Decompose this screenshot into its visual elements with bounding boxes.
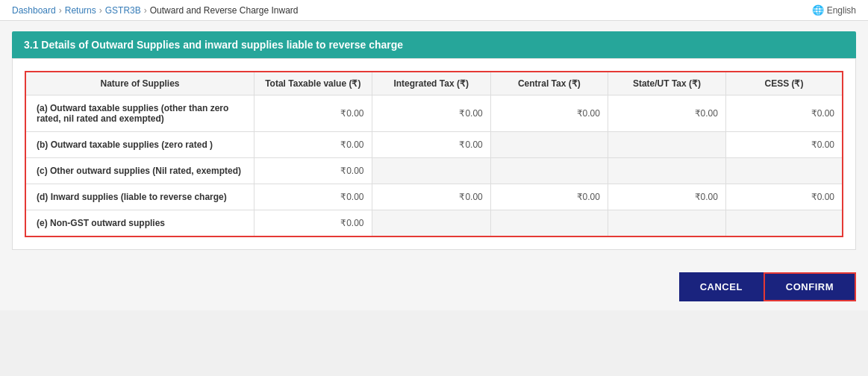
row-0-col-4-value[interactable]: [725, 95, 843, 132]
table-row: (a) Outward taxable supplies (other than…: [25, 95, 843, 132]
row-3-col-0-input[interactable]: [262, 192, 363, 202]
row-3-col-3-value[interactable]: [608, 184, 725, 210]
row-3-label: (d) Inward supplies (liable to reverse c…: [25, 184, 255, 210]
col-header-central: Central Tax (₹): [490, 72, 608, 95]
row-4-col-3-empty: [608, 210, 725, 237]
breadcrumb-sep-2: ›: [99, 5, 102, 16]
row-2-col-0-input[interactable]: [262, 166, 363, 176]
row-3-col-3-input[interactable]: [616, 192, 718, 202]
table-header-row: Nature of Supplies Total Taxable value (…: [25, 72, 843, 95]
table-row: (d) Inward supplies (liable to reverse c…: [25, 184, 843, 210]
row-2-col-0-value[interactable]: [255, 158, 372, 184]
section-header: 3.1 Details of Outward Supplies and inwa…: [12, 31, 856, 58]
confirm-button[interactable]: CONFIRM: [764, 272, 856, 301]
row-0-col-3-value[interactable]: [608, 95, 725, 132]
col-header-cess: CESS (₹): [725, 72, 843, 95]
row-2-col-3-empty: [608, 158, 725, 184]
row-0-label: (a) Outward taxable supplies (other than…: [25, 95, 255, 132]
row-2-label: (c) Other outward supplies (Nil rated, e…: [25, 158, 255, 184]
row-4-col-0-value[interactable]: [255, 210, 372, 237]
row-1-label: (b) Outward taxable supplies (zero rated…: [25, 132, 255, 158]
row-0-col-2-value[interactable]: [490, 95, 608, 132]
row-3-col-4-value[interactable]: [725, 184, 843, 210]
row-4-col-0-input[interactable]: [262, 218, 363, 228]
row-4-label: (e) Non-GST outward supplies: [25, 210, 255, 237]
row-0-col-1-value[interactable]: [372, 95, 490, 132]
breadcrumb-current: Outward and Reverse Charge Inward: [150, 5, 299, 16]
table-row: (c) Other outward supplies (Nil rated, e…: [25, 158, 843, 184]
row-3-col-4-input[interactable]: [734, 192, 834, 202]
top-nav: Dashboard › Returns › GSTR3B › Outward a…: [0, 0, 868, 21]
row-2-col-2-empty: [490, 158, 608, 184]
row-4-col-4-empty: [725, 210, 843, 237]
row-1-col-1-input[interactable]: [380, 140, 483, 150]
language-label: English: [827, 5, 856, 16]
row-1-col-0-value[interactable]: [255, 132, 372, 158]
row-4-col-2-empty: [490, 210, 608, 237]
row-0-col-0-input[interactable]: [262, 108, 363, 119]
row-4-col-1-empty: [372, 210, 490, 237]
table-row: (e) Non-GST outward supplies: [25, 210, 843, 237]
row-3-col-2-input[interactable]: [499, 192, 600, 202]
cancel-button[interactable]: CANCEL: [679, 272, 764, 301]
button-row: CANCEL CONFIRM: [0, 260, 868, 310]
breadcrumb-dashboard[interactable]: Dashboard: [12, 5, 56, 16]
col-header-taxable: Total Taxable value (₹): [255, 72, 372, 95]
table-container: Nature of Supplies Total Taxable value (…: [12, 58, 856, 250]
language-selector[interactable]: 🌐 English: [812, 4, 856, 16]
breadcrumb-gstr3b[interactable]: GSTR3B: [105, 5, 141, 16]
row-1-col-0-input[interactable]: [262, 140, 363, 150]
breadcrumb-returns[interactable]: Returns: [65, 5, 96, 16]
row-3-col-2-value[interactable]: [490, 184, 608, 210]
row-1-col-2-empty: [490, 132, 608, 158]
row-1-col-4-input[interactable]: [734, 140, 834, 150]
breadcrumb: Dashboard › Returns › GSTR3B › Outward a…: [12, 5, 299, 16]
row-1-col-4-value[interactable]: [725, 132, 843, 158]
row-1-col-3-empty: [608, 132, 725, 158]
row-0-col-2-input[interactable]: [499, 108, 600, 119]
col-header-state: State/UT Tax (₹): [608, 72, 725, 95]
row-1-col-1-value[interactable]: [372, 132, 490, 158]
row-3-col-0-value[interactable]: [255, 184, 372, 210]
row-3-col-1-value[interactable]: [372, 184, 490, 210]
row-0-col-1-input[interactable]: [380, 108, 483, 119]
supply-table: Nature of Supplies Total Taxable value (…: [25, 71, 843, 237]
main-content: 3.1 Details of Outward Supplies and inwa…: [0, 21, 868, 260]
table-row: (b) Outward taxable supplies (zero rated…: [25, 132, 843, 158]
breadcrumb-sep-1: ›: [59, 5, 62, 16]
col-header-nature: Nature of Supplies: [25, 72, 255, 95]
row-0-col-4-input[interactable]: [734, 108, 834, 119]
row-3-col-1-input[interactable]: [380, 192, 483, 202]
section-title: 3.1 Details of Outward Supplies and inwa…: [24, 39, 403, 51]
row-0-col-0-value[interactable]: [255, 95, 372, 132]
row-2-col-1-empty: [372, 158, 490, 184]
globe-icon: 🌐: [812, 4, 824, 16]
row-0-col-3-input[interactable]: [616, 108, 718, 119]
row-2-col-4-empty: [725, 158, 843, 184]
breadcrumb-sep-3: ›: [144, 5, 147, 16]
col-header-integrated: Integrated Tax (₹): [372, 72, 490, 95]
